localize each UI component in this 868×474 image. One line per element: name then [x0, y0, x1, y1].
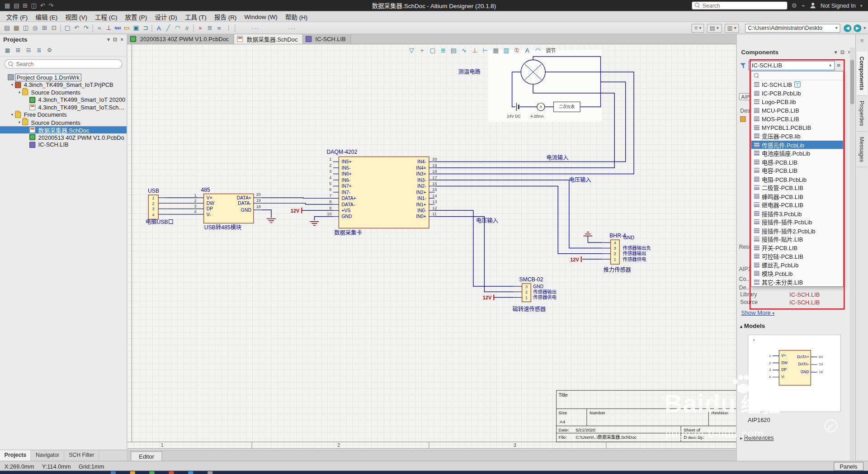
distribute-icon[interactable]: ≡ — [214, 23, 224, 33]
library-list-item[interactable]: 传感元件.PcbLib — [751, 140, 843, 149]
close-panel-icon[interactable]: × — [121, 37, 123, 42]
menu-item[interactable]: 工具 (T) — [181, 11, 210, 22]
redo-icon[interactable]: ↷ — [81, 23, 91, 33]
library-list-item[interactable]: 电容-PCB.LIB — [751, 166, 843, 175]
tree-item[interactable]: ▾Source Documents — [0, 89, 127, 96]
grid-combo[interactable]: ▥▾ — [724, 24, 739, 33]
copy-icon[interactable]: ⊞ — [14, 46, 22, 54]
grid-icon[interactable]: ▦ — [491, 46, 500, 55]
expand-arrow-icon[interactable]: ▾ — [9, 83, 15, 87]
forward-button[interactable]: ▶ — [854, 24, 861, 32]
voltage-input-label[interactable]: 电压输入 — [569, 176, 591, 183]
undo-icon[interactable]: ↶ — [40, 2, 45, 9]
menu-item[interactable]: 放置 (P) — [121, 11, 151, 22]
library-list-item[interactable]: MYPCBL1.PCBLIB — [751, 123, 843, 132]
panel-menu-icon[interactable]: ▾ — [107, 37, 110, 42]
voltage-input-label[interactable]: 电压输入 — [476, 217, 498, 224]
chevron-down-icon[interactable]: ▾ — [835, 25, 838, 30]
library-list-item[interactable]: Logo-PCB.lib — [751, 98, 843, 106]
taskbar-app-icon[interactable] — [150, 471, 155, 474]
library-list-item[interactable]: 电池座插座.PcbLib — [751, 149, 843, 157]
current-input-label[interactable]: 电流输入 — [547, 154, 569, 161]
save-all-icon[interactable]: ◫ — [31, 2, 37, 9]
taskbar-app-icon[interactable] — [130, 471, 135, 474]
bottom-tab-navigator[interactable]: Navigator — [31, 450, 64, 461]
library-list-item[interactable]: 其它-未分类.LIB — [751, 278, 843, 286]
save-icon[interactable]: ▦ — [12, 23, 21, 33]
library-list-item[interactable]: MOS-PCB.LIB — [751, 114, 843, 123]
place-part-icon[interactable]: ▭ — [122, 23, 132, 33]
panel-stack-icon[interactable]: ≡ — [860, 38, 863, 43]
tree-item[interactable]: 4.3inch_TK499_Smart_IoT.SchDc — [0, 104, 127, 111]
hamburger-menu-icon[interactable]: ≡ — [837, 62, 840, 69]
tree-item[interactable]: IC-SCH.LIB — [0, 141, 127, 149]
compile-icon[interactable]: ≣ — [35, 46, 43, 54]
selection-filter-combo[interactable]: ≡▾ — [692, 24, 704, 33]
rs485-module-part[interactable]: 485 USB转485模块 1V+2DW3DP4V- 20DATA+19DATA… — [194, 187, 262, 231]
expand-arrow-icon[interactable]: ▾ — [17, 120, 22, 124]
filter-icon[interactable]: ▽ — [407, 46, 416, 55]
no-erc-icon[interactable]: × — [196, 23, 205, 33]
arc-icon[interactable]: ◠ — [533, 46, 542, 55]
print-icon[interactable]: ◫ — [21, 23, 31, 33]
projects-search[interactable] — [5, 59, 123, 69]
app-logo-icon[interactable]: ▦ — [5, 2, 10, 9]
sheet-entry-icon[interactable]: ⊐ — [141, 23, 150, 33]
taskbar-app-icon[interactable] — [188, 471, 193, 474]
power-net-label[interactable]: 12V — [483, 295, 492, 300]
bottom-tab-sch-filter[interactable]: SCH Filter — [64, 450, 99, 461]
schematic-drawing[interactable]: 123 A 二次仪表 24V DC — [127, 44, 736, 450]
document-tab[interactable]: 数据采集器.SchDoc — [234, 34, 302, 44]
panel-tab-components[interactable]: Components — [857, 52, 867, 96]
redo-icon[interactable]: ↷ — [48, 2, 53, 9]
menu-item[interactable]: 视图 (V) — [61, 11, 91, 22]
library-list-item[interactable]: 接插件3.PcbLib — [751, 209, 843, 218]
daqm4202-part[interactable]: DAQM-4202 数据采集卡 1IN5+2IN5-3IN6+4IN6-5IN7… — [326, 149, 437, 236]
net-label-icon[interactable]: Net — [113, 23, 122, 33]
panel-menu-icon[interactable]: ▾ — [835, 49, 837, 55]
place-arc-icon[interactable]: ◠ — [173, 23, 182, 33]
open-icon[interactable]: ⊞ — [23, 2, 28, 9]
show-more-link[interactable]: Show More ▾ — [741, 309, 775, 316]
select-icon[interactable]: ▢ — [62, 23, 72, 33]
library-list-item[interactable]: 接插件-插件2.PcbLib — [751, 226, 843, 235]
library-list-item[interactable]: 蜂鸣器-PCB.LIB — [751, 192, 843, 200]
library-list-item[interactable]: 模块.PcbLib — [751, 269, 843, 278]
library-list-item[interactable]: 可控硅-PCB.LIB — [751, 252, 843, 261]
bhr4-part[interactable]: BHR-4 GND 推力传感器 43传感器输出负2传感器输出1传感器供电 — [602, 232, 651, 273]
menu-item[interactable]: 工程 (C) — [91, 11, 122, 22]
table-icon[interactable]: ▥ — [501, 46, 511, 55]
taskbar-app-icon[interactable] — [169, 471, 174, 474]
undo-icon[interactable]: ↶ — [72, 23, 81, 33]
taskbar-app-icon[interactable] — [208, 471, 212, 474]
library-list-item[interactable]: 电阻-PCB.PcbLib — [751, 175, 843, 183]
pin-panel-icon[interactable]: ⊡ — [840, 49, 844, 55]
library-list-item[interactable]: 二极管-PCB.LIB — [751, 183, 843, 192]
editor-tab[interactable]: Editor — [131, 451, 162, 461]
tree-item[interactable]: ▾Free Documents — [0, 111, 127, 119]
schematic-canvas[interactable]: ▽+▢≣▤∿⊥⊢▦▥①A◠调节 123 — [127, 44, 736, 450]
library-dropdown[interactable]: IC-SCH.LIB ▾ — [749, 61, 835, 70]
temperature-measure-circuit[interactable]: A 二次仪表 24V DC 4-20mA — [488, 50, 602, 122]
snap-combo[interactable]: ▤▾ — [707, 24, 722, 33]
power-net-label[interactable]: 12V — [291, 208, 300, 213]
zoom-area-icon[interactable]: ⊞ — [40, 23, 49, 33]
library-list-item[interactable]: MCU-PCB.LIB — [751, 106, 843, 114]
annotate-icon[interactable]: ① — [512, 46, 522, 55]
model-preview[interactable]: * 1V+2DW3DP4V- 20DATA+19DATA-18GND — [748, 335, 841, 412]
wave-icon[interactable]: ∿ — [459, 46, 469, 55]
settings-gear-icon[interactable]: ⚙ — [792, 2, 797, 9]
library-list-item[interactable]: 电感-PCB.LIB — [751, 157, 843, 166]
user-avatar-icon[interactable] — [810, 2, 816, 9]
global-search[interactable] — [692, 2, 787, 9]
tree-item[interactable]: ▾4.3inch_TK499_Smart_IoT.PrjPCB — [0, 81, 127, 89]
path-input[interactable] — [748, 25, 835, 31]
align-icon[interactable]: ≣ — [439, 46, 448, 55]
library-list-item[interactable]: 开关-PCB.LIB — [751, 243, 843, 252]
document-tab[interactable]: IC-SCH.LIB — [302, 34, 350, 44]
menu-item[interactable]: 报告 (R) — [210, 11, 241, 22]
align-icon[interactable]: ≣ — [205, 23, 214, 33]
tree-item[interactable]: 20200513 40Z PWM V1.0.PcbDo — [0, 133, 127, 141]
menu-item[interactable]: 文件 (F) — [2, 11, 32, 22]
toolbar-overflow-1[interactable]: ··· — [251, 24, 259, 31]
